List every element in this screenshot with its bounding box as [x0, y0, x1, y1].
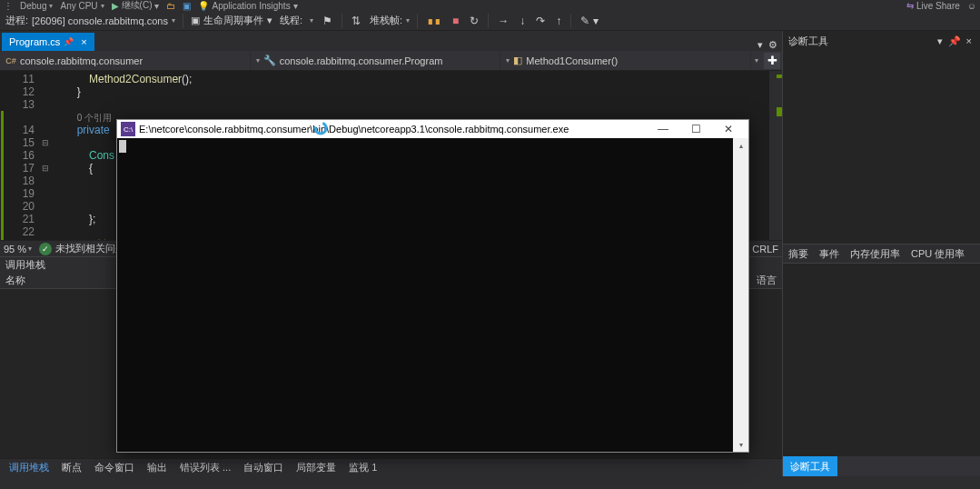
nav-project[interactable]: C#console.rabbitmq.consumer: [0, 51, 251, 70]
platform-dropdown[interactable]: Any CPU ▾: [60, 1, 104, 11]
debug-config-dropdown[interactable]: Debug ▾: [20, 1, 53, 11]
bottom-tab-7[interactable]: 监视 1: [343, 459, 382, 476]
pin-icon[interactable]: 📌: [64, 37, 74, 46]
split-editor-button[interactable]: ✚: [764, 53, 780, 69]
step-over-button[interactable]: ↷: [534, 15, 547, 27]
nav-class[interactable]: ▾ 🔧console.rabbitmq.consumer.Program: [251, 51, 501, 70]
csharp-project-icon: C#: [5, 55, 16, 66]
step-out-button[interactable]: ↑: [554, 15, 563, 27]
maximize-button[interactable]: ☐: [679, 121, 712, 137]
pause-button[interactable]: ∎∎: [425, 15, 443, 27]
app-insights-dropdown[interactable]: 💡 Application Insights ▾: [198, 1, 297, 11]
bottom-tab-4[interactable]: 错误列表 ...: [174, 459, 236, 476]
diagnostics-subtabs: 摘要事件内存使用率CPU 使用率: [783, 244, 980, 264]
line-numbers: 1112131415161718192021222324252627282930…: [5, 71, 38, 240]
stop-button[interactable]: ■: [450, 15, 460, 27]
tab-dropdown-icon[interactable]: ▾: [755, 39, 766, 51]
bottom-tab-2[interactable]: 命令窗口: [89, 459, 140, 476]
console-output[interactable]: ▴ ▾: [117, 138, 748, 452]
panel-pin-icon[interactable]: 📌: [945, 35, 964, 47]
col-language[interactable]: 语言: [757, 274, 777, 287]
folder-icon[interactable]: 🗀: [166, 1, 175, 11]
diagnostics-window-tab[interactable]: 诊断工具: [783, 456, 837, 476]
bottom-tab-6[interactable]: 局部变量: [291, 459, 342, 476]
screenshot-icon[interactable]: ▣: [183, 1, 191, 11]
tab-label: Program.cs: [9, 36, 60, 47]
diagnostics-window-tab-strip: 诊断工具: [783, 456, 980, 476]
show-next-statement-icon[interactable]: →: [496, 15, 510, 27]
stackframe-icon[interactable]: ⇅: [350, 15, 362, 27]
console-titlebar[interactable]: C:\ E:\netcore\console.rabbitmq.consumer…: [117, 120, 748, 138]
bottom-tool-tabs: 调用堆栈断点命令窗口输出错误列表 ...自动窗口局部变量监视 1: [0, 458, 782, 476]
nav-caret[interactable]: ▾: [751, 56, 762, 65]
diag-subtab-1[interactable]: 事件: [814, 245, 845, 263]
menubar: ⋮ Debug ▾ Any CPU ▾ ▶ 继续(C) ▾ 🗀 ▣ 💡 Appl…: [0, 0, 980, 11]
bottom-tab-0[interactable]: 调用堆栈: [4, 459, 54, 476]
restart-button[interactable]: ↻: [468, 15, 480, 27]
bottom-tab-3[interactable]: 输出: [142, 459, 173, 476]
tab-program-cs[interactable]: Program.cs 📌 ×: [2, 33, 94, 51]
scroll-down[interactable]: ▾: [733, 437, 748, 452]
tab-settings-icon[interactable]: ⚙: [766, 39, 780, 51]
thread-flag-icon[interactable]: ⚑: [321, 15, 334, 27]
close-button[interactable]: ✕: [712, 121, 745, 137]
diagnostics-detail: [783, 264, 980, 456]
navigation-bar: C#console.rabbitmq.consumer ▾ 🔧console.r…: [0, 51, 782, 71]
process-dropdown[interactable]: 进程: [26096] console.rabbitmq.cons ▾: [5, 14, 175, 27]
minimize-button[interactable]: —: [647, 121, 679, 137]
panel-dropdown-icon[interactable]: ▾: [935, 35, 945, 47]
bottom-tab-1[interactable]: 断点: [56, 459, 87, 476]
no-issues-indicator[interactable]: ✓未找到相关问题: [39, 242, 125, 255]
console-app-icon: C:\: [121, 122, 135, 136]
console-caret: [119, 140, 126, 153]
console-window[interactable]: C:\ E:\netcore\console.rabbitmq.consumer…: [116, 119, 749, 453]
menu-sep: ⋮: [4, 1, 13, 11]
diag-subtab-2[interactable]: 内存使用率: [845, 245, 906, 263]
diagnostics-header: 诊断工具 ▾ 📌 ×: [783, 31, 980, 51]
panel-close-icon[interactable]: ×: [964, 35, 975, 46]
step-into-button[interactable]: ↓: [518, 15, 527, 27]
diagnostics-panel: 诊断工具 ▾ 📌 × 摘要事件内存使用率CPU 使用率 诊断工具: [782, 31, 980, 476]
diag-subtab-0[interactable]: 摘要: [783, 245, 814, 263]
stackframe-dropdown[interactable]: 堆栈帧: ▾: [370, 14, 410, 27]
check-icon: ✓: [39, 243, 52, 255]
lifecycle-events-dropdown[interactable]: ▣ 生命周期事件 ▾: [191, 14, 272, 27]
liveshare-button[interactable]: ⇆ Live Share: [906, 1, 960, 11]
scroll-up[interactable]: ▴: [733, 138, 748, 153]
close-icon[interactable]: ×: [81, 36, 86, 47]
editor-scrollbar[interactable]: [769, 71, 782, 240]
line-ending-indicator[interactable]: CRLF: [752, 244, 778, 254]
debug-toolbar: 进程: [26096] console.rabbitmq.cons ▾ ▣ 生命…: [0, 11, 980, 31]
class-icon: 🔧: [263, 55, 276, 66]
thread-dropdown[interactable]: 线程: ▾: [280, 14, 313, 27]
tools-dropdown[interactable]: ✎ ▾: [579, 15, 599, 27]
fold-column[interactable]: ⊟⊟: [38, 71, 53, 240]
nav-method[interactable]: ▾ ◧Method1Consumer(): [500, 51, 751, 70]
zoom-dropdown[interactable]: 95 % ▾: [4, 244, 32, 254]
continue-button[interactable]: ▶ 继续(C) ▾: [112, 0, 160, 12]
feedback-icon[interactable]: ☺: [967, 1, 976, 11]
document-tabs: Program.cs 📌 × ▾ ⚙: [0, 31, 782, 51]
method-icon: ◧: [513, 55, 522, 66]
diagnostics-title: 诊断工具: [788, 35, 828, 48]
callstack-title: 调用堆栈: [5, 258, 45, 272]
diagnostics-charts: [783, 51, 980, 244]
diag-subtab-3[interactable]: CPU 使用率: [906, 245, 970, 263]
console-title: E:\netcore\console.rabbitmq.consumer\bin…: [139, 124, 647, 135]
console-scrollbar[interactable]: ▴ ▾: [733, 138, 748, 452]
change-margin: [0, 71, 5, 240]
bottom-tab-5[interactable]: 自动窗口: [238, 459, 289, 476]
